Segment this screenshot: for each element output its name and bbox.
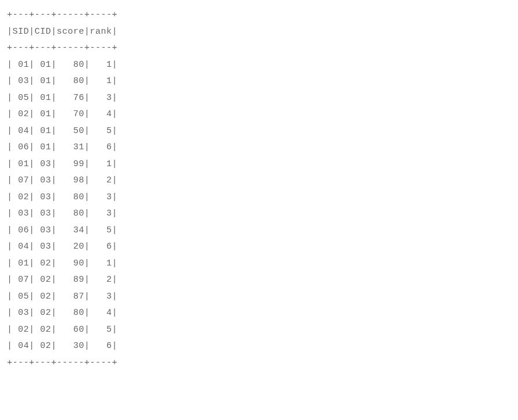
ascii-table: +---+---+-----+----+ |SID|CID|score|rank… (7, 7, 117, 371)
table-row: | 05| 02| 87| 3| (7, 289, 117, 306)
table-row: | 04| 01| 50| 5| (7, 123, 117, 140)
table-border-mid: +---+---+-----+----+ (7, 40, 117, 57)
table-row: | 06| 01| 31| 6| (7, 139, 117, 156)
table-row: | 07| 02| 89| 2| (7, 272, 117, 289)
table-row: | 05| 01| 76| 3| (7, 90, 117, 107)
table-row: | 01| 01| 80| 1| (7, 57, 117, 74)
table-border-top: +---+---+-----+----+ (7, 7, 117, 24)
table-row: | 02| 03| 80| 3| (7, 189, 117, 206)
table-row: | 07| 03| 98| 2| (7, 173, 117, 189)
table-row: | 04| 03| 20| 6| (7, 239, 117, 256)
table-rows: | 01| 01| 80| 1|| 03| 01| 80| 1|| 05| 01… (7, 57, 117, 355)
table-row: | 02| 02| 60| 5| (7, 322, 117, 339)
table-row: | 06| 03| 34| 5| (7, 222, 117, 239)
table-row: | 01| 03| 99| 1| (7, 156, 117, 173)
table-row: | 01| 02| 90| 1| (7, 256, 117, 272)
table-row: | 03| 02| 80| 4| (7, 305, 117, 322)
table-row: | 03| 03| 80| 3| (7, 206, 117, 222)
table-header-row: |SID|CID|score|rank| (7, 24, 117, 41)
table-border-bottom: +---+---+-----+----+ (7, 355, 117, 372)
table-row: | 03| 01| 80| 1| (7, 73, 117, 90)
table-row: | 02| 01| 70| 4| (7, 106, 117, 123)
table-row: | 04| 02| 30| 6| (7, 338, 117, 355)
